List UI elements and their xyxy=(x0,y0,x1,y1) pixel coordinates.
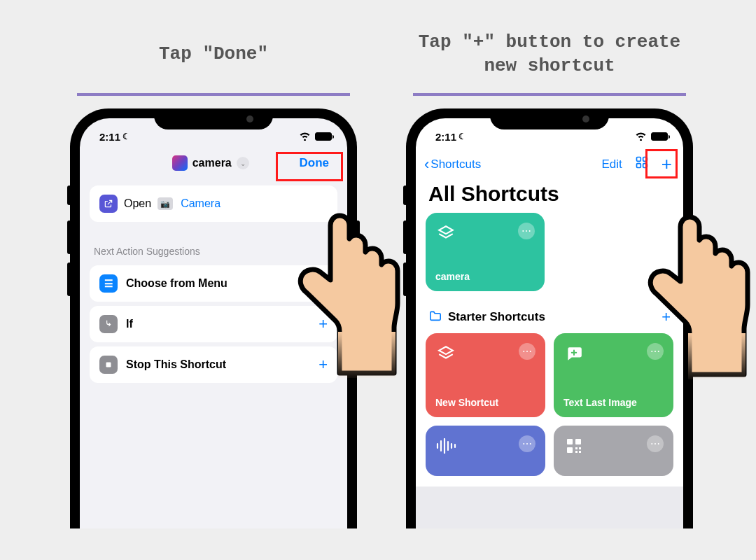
svg-rect-0 xyxy=(106,363,111,368)
qr-icon xyxy=(564,435,584,456)
status-time: 2:11☾ xyxy=(99,131,130,143)
bottom-overlay xyxy=(416,486,683,528)
grid-view-icon[interactable] xyxy=(635,155,649,173)
editor-nav: camera ⌄ Done xyxy=(80,148,347,180)
divider xyxy=(77,93,350,96)
svg-rect-1 xyxy=(338,332,396,378)
suggestion-label: Stop This Shortcut xyxy=(126,358,226,371)
layers-icon xyxy=(435,343,456,364)
svg-rect-2 xyxy=(636,158,640,162)
shortcut-title[interactable]: camera xyxy=(192,157,232,169)
shortcut-tile-audio[interactable]: ⋯ xyxy=(426,426,545,476)
svg-rect-14 xyxy=(567,447,573,453)
svg-rect-5 xyxy=(643,164,647,168)
action-open-label: Open xyxy=(124,197,151,210)
svg-rect-12 xyxy=(567,439,573,444)
svg-rect-15 xyxy=(575,447,578,449)
battery-icon xyxy=(315,132,332,141)
library-nav: ‹ Shortcuts Edit + xyxy=(416,148,683,178)
suggestion-label: If xyxy=(126,318,133,330)
camera-app-icon: 📷 xyxy=(158,197,173,210)
phone-notch xyxy=(154,108,273,130)
section-starter[interactable]: Starter Shortcuts + xyxy=(426,301,673,333)
tile-label: camera xyxy=(435,271,470,282)
wifi-icon xyxy=(299,131,311,143)
action-target[interactable]: Camera xyxy=(181,197,220,210)
add-shortcut-button[interactable]: + xyxy=(662,153,672,175)
caption-left: Tap "Done" xyxy=(159,21,268,88)
shortcut-tile-qr[interactable]: ⋯ xyxy=(554,426,673,476)
waveform-icon xyxy=(435,435,456,456)
panel-step-done: Tap "Done" 2:11☾ xyxy=(70,21,357,528)
done-button[interactable]: Done xyxy=(294,153,335,173)
battery-icon xyxy=(651,132,668,141)
menu-icon: ☰ xyxy=(99,274,118,293)
moon-icon: ☾ xyxy=(122,132,130,141)
tile-more-icon[interactable]: ⋯ xyxy=(518,223,535,239)
divider xyxy=(413,93,686,96)
layers-icon xyxy=(435,223,456,244)
shortcut-tile-new[interactable]: ⋯ New Shortcut xyxy=(426,333,545,417)
svg-rect-18 xyxy=(579,451,581,453)
tile-label: New Shortcut xyxy=(435,397,498,408)
chevron-down-icon[interactable]: ⌄ xyxy=(237,157,249,169)
tile-more-icon[interactable]: ⋯ xyxy=(519,343,536,360)
svg-rect-19 xyxy=(688,333,746,379)
panel-step-plus: Tap "+" button to create new shortcut 2:… xyxy=(406,21,693,528)
folder-icon xyxy=(428,310,442,325)
message-plus-icon xyxy=(564,343,584,364)
caption-right: Tap "+" button to create new shortcut xyxy=(406,21,693,88)
svg-rect-13 xyxy=(575,439,581,444)
open-app-icon xyxy=(99,195,118,213)
moon-icon: ☾ xyxy=(458,132,466,141)
svg-rect-4 xyxy=(636,164,640,168)
status-time: 2:11☾ xyxy=(435,131,466,143)
shortcuts-app-icon xyxy=(172,155,188,171)
section-label: Starter Shortcuts xyxy=(448,310,545,324)
branch-icon xyxy=(99,315,118,333)
phone-notch xyxy=(490,108,609,130)
back-button[interactable]: ‹ Shortcuts xyxy=(424,155,481,174)
shortcut-tile-camera[interactable]: ⋯ camera xyxy=(426,213,545,291)
svg-rect-17 xyxy=(575,451,578,453)
svg-rect-16 xyxy=(579,447,581,449)
suggestion-label: Choose from Menu xyxy=(126,277,227,290)
svg-rect-3 xyxy=(643,158,647,162)
pointing-hand-icon xyxy=(640,204,756,379)
edit-button[interactable]: Edit xyxy=(602,158,622,172)
pointing-hand-icon xyxy=(290,203,410,378)
tile-more-icon[interactable]: ⋯ xyxy=(519,435,536,452)
wifi-icon xyxy=(635,131,647,143)
stop-icon xyxy=(99,356,118,374)
chevron-left-icon: ‹ xyxy=(424,155,429,174)
tile-label: Text Last Image xyxy=(564,397,637,408)
tile-more-icon[interactable]: ⋯ xyxy=(647,435,664,452)
